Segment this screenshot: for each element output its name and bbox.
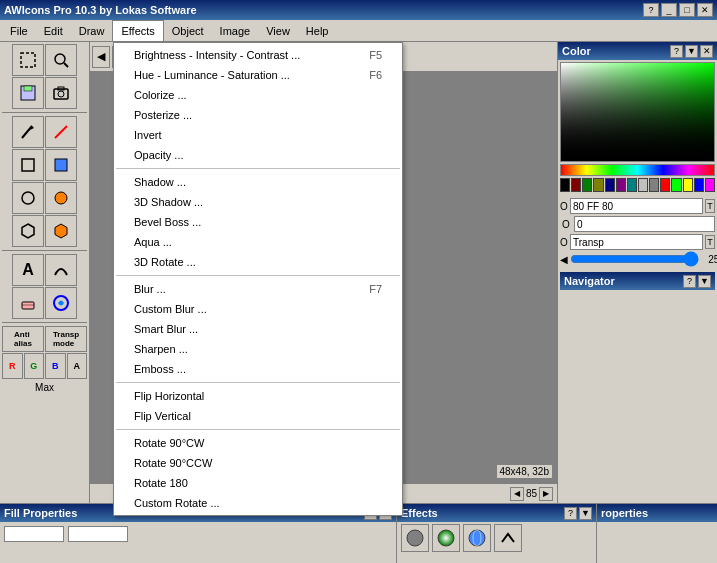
menu-file[interactable]: File — [2, 20, 36, 41]
swatch-purple[interactable] — [616, 178, 626, 192]
color-panel-title: Color — [562, 45, 591, 57]
menu-item-rotate180[interactable]: Rotate 180 — [114, 473, 402, 493]
menu-item-colorize[interactable]: Colorize ... — [114, 85, 402, 105]
hue-bar[interactable] — [560, 164, 715, 176]
menu-item-aqua[interactable]: Aqua ... — [114, 232, 402, 252]
menu-item-rotate90ccw[interactable]: Rotate 90°CCW — [114, 453, 402, 473]
rect-tool[interactable] — [12, 149, 44, 181]
minimize-button[interactable]: _ — [661, 3, 677, 17]
color-panel-close[interactable]: ✕ — [700, 45, 713, 58]
menu-item-bevelboss[interactable]: Bevel Boss ... — [114, 212, 402, 232]
menu-effects[interactable]: Effects — [112, 20, 163, 41]
menu-item-3drotate[interactable]: 3D Rotate ... — [114, 252, 402, 272]
hex-tool[interactable] — [12, 215, 44, 247]
effect-chevron-btn[interactable] — [494, 524, 522, 552]
menu-draw[interactable]: Draw — [71, 20, 113, 41]
swatch-lime[interactable] — [671, 178, 681, 192]
antialias-btn[interactable]: Antialias — [2, 326, 44, 352]
fill-value[interactable] — [68, 526, 128, 542]
menu-edit[interactable]: Edit — [36, 20, 71, 41]
zoom-tool[interactable] — [45, 44, 77, 76]
swatch-maroon[interactable] — [571, 178, 581, 192]
help-button[interactable]: ? — [643, 3, 659, 17]
alpha-label: O — [560, 219, 572, 230]
menu-item-sharpen[interactable]: Sharpen ... — [114, 339, 402, 359]
ellipse-tool[interactable] — [12, 182, 44, 214]
blue-channel-btn[interactable]: B — [45, 353, 66, 379]
color-slider[interactable] — [570, 252, 699, 266]
navigator-menu[interactable]: ▼ — [698, 275, 711, 288]
swatch-red[interactable] — [660, 178, 670, 192]
transpmode-btn[interactable]: Transpmode — [45, 326, 87, 352]
color-gradient[interactable] — [560, 62, 715, 162]
swatch-silver[interactable] — [638, 178, 648, 192]
menu-item-flipvertical[interactable]: Flip Vertical — [114, 406, 402, 426]
menu-view[interactable]: View — [258, 20, 298, 41]
effect-gradient-btn[interactable] — [432, 524, 460, 552]
effects-help[interactable]: ? — [564, 507, 577, 520]
red-channel-btn[interactable]: R — [2, 353, 23, 379]
menu-item-blur[interactable]: Blur ... F7 — [114, 279, 402, 299]
menu-item-customrotate[interactable]: Custom Rotate ... — [114, 493, 402, 513]
pencil-tool[interactable] — [12, 116, 44, 148]
swatch-blue[interactable] — [694, 178, 704, 192]
swatch-yellow[interactable] — [683, 178, 693, 192]
text-tool[interactable]: A — [12, 254, 44, 286]
camera-tool[interactable] — [45, 77, 77, 109]
menu-item-fliphorizontal[interactable]: Flip Horizontal — [114, 386, 402, 406]
navigator-header: Navigator ? ▼ — [560, 272, 715, 290]
swatch-navy[interactable] — [605, 178, 615, 192]
color-panel-menu[interactable]: ▼ — [685, 45, 698, 58]
green-channel-btn[interactable]: G — [24, 353, 45, 379]
alpha-input[interactable] — [574, 216, 715, 232]
save-tool[interactable] — [12, 77, 44, 109]
menu-image[interactable]: Image — [212, 20, 259, 41]
effect-earth-btn[interactable] — [463, 524, 491, 552]
curve-tool[interactable] — [45, 254, 77, 286]
eraser-tool[interactable] — [12, 287, 44, 319]
swatch-green[interactable] — [582, 178, 592, 192]
alpha-channel-btn[interactable]: A — [67, 353, 88, 379]
close-button[interactable]: ✕ — [697, 3, 713, 17]
menu-item-shadow[interactable]: Shadow ... — [114, 172, 402, 192]
filled-rect-tool[interactable] — [45, 149, 77, 181]
swatch-magenta[interactable] — [705, 178, 715, 192]
menu-item-customblur[interactable]: Custom Blur ... — [114, 299, 402, 319]
tool-row-6 — [12, 215, 77, 247]
menu-item-rotate90cw[interactable]: Rotate 90°CW — [114, 433, 402, 453]
menu-item-invert[interactable]: Invert — [114, 125, 402, 145]
menu-object[interactable]: Object — [164, 20, 212, 41]
effects-menu[interactable]: ▼ — [579, 507, 592, 520]
color-panel-header-btns: ? ▼ ✕ — [670, 45, 713, 58]
navigator-help[interactable]: ? — [683, 275, 696, 288]
scroll-left[interactable]: ◀ — [510, 487, 524, 501]
menu-item-3dshadow[interactable]: 3D Shadow ... — [114, 192, 402, 212]
menu-item-brightness[interactable]: Brightness - Intensity - Contrast ... F5 — [114, 45, 402, 65]
menu-item-posterize[interactable]: Posterize ... — [114, 105, 402, 125]
swatch-gray[interactable] — [649, 178, 659, 192]
color-panel-help[interactable]: ? — [670, 45, 683, 58]
maximize-button[interactable]: □ — [679, 3, 695, 17]
filled-hex-tool[interactable] — [45, 215, 77, 247]
hex-btn[interactable]: T — [705, 199, 715, 213]
menu-help[interactable]: Help — [298, 20, 337, 41]
hex-input[interactable] — [570, 198, 703, 214]
canvas-nav-left[interactable]: ◀ — [92, 46, 110, 68]
swatch-black[interactable] — [560, 178, 570, 192]
line-tool[interactable] — [45, 116, 77, 148]
fx-tool[interactable] — [45, 287, 77, 319]
scroll-right[interactable]: ▶ — [539, 487, 553, 501]
swatch-teal[interactable] — [627, 178, 637, 192]
menu-item-opacity[interactable]: Opacity ... — [114, 145, 402, 165]
transp-input[interactable] — [570, 234, 703, 250]
transp-btn[interactable]: T — [705, 235, 715, 249]
menu-item-hue[interactable]: Hue - Luminance - Saturation ... F6 — [114, 65, 402, 85]
fill-input[interactable] — [4, 526, 64, 542]
effect-circle-btn[interactable] — [401, 524, 429, 552]
color-panel: Color ? ▼ ✕ — [557, 42, 717, 503]
select-tool[interactable] — [12, 44, 44, 76]
filled-ellipse-tool[interactable] — [45, 182, 77, 214]
menu-item-smartblur[interactable]: Smart Blur ... — [114, 319, 402, 339]
swatch-olive[interactable] — [593, 178, 603, 192]
menu-item-emboss[interactable]: Emboss ... — [114, 359, 402, 379]
